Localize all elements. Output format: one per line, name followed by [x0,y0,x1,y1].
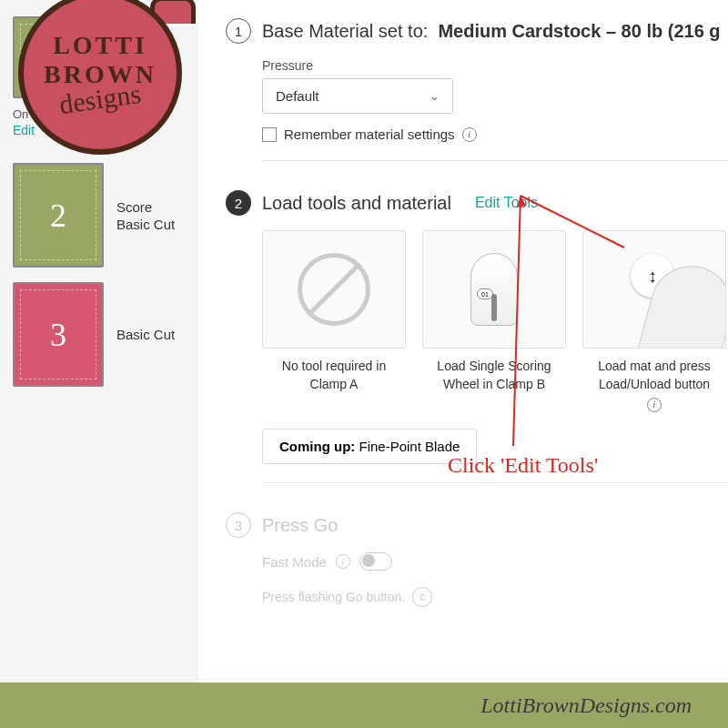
coming-up-pill: Coming up: Fine-Point Blade [262,429,477,464]
info-icon[interactable]: i [647,398,662,412]
pressure-select[interactable]: Default ⌄ [262,78,453,114]
base-material-label: Base Material set to: [262,21,428,41]
tool-caption-b: Load Single Scoring Wheel in Clamp B [422,358,566,393]
footer-text: LottiBrownDesigns.com [480,693,692,718]
mat-number: 2 [50,197,66,235]
coming-up-value: Fine-Point Blade [359,439,460,454]
press-go-text: Press flashing Go button. [262,590,405,604]
step-3-title: Press Go [262,515,338,536]
edit-tools-link[interactable]: Edit Tools [475,195,538,211]
tool-caption-a: No tool required in Clamp A [262,358,406,393]
info-icon: i [336,554,350,569]
divider [262,482,728,483]
chevron-down-icon: ⌄ [430,89,440,103]
mat-label-line1: Basic Cut [116,327,175,342]
step-3: 3 Press Go Fast Mode i Press flashing Go… [226,512,728,607]
step-number-3: 3 [226,512,251,538]
tool-card-clamp-b: 01 Load Single Scoring Wheel in Clamp B [422,230,566,412]
footer-bar: LottiBrownDesigns.com [0,682,728,728]
info-icon[interactable]: i [462,127,477,142]
tool-card-load-mat: ↕ Load mat and press Load/Unload button … [582,230,726,412]
pressure-value: Default [276,88,319,104]
step-number-1: 1 [226,18,251,44]
mat-label-line1: Score [116,199,175,215]
step-1: 1 Base Material set to: Medium Cardstock… [226,18,728,161]
mat-preview-3[interactable]: 3 Basic Cut [0,275,198,394]
fast-mode-toggle [359,552,392,571]
no-tool-icon [262,230,406,349]
load-mat-icon: ↕ [582,230,726,349]
mat-preview-2[interactable]: 2 Score Basic Cut [0,156,198,275]
updown-arrow-icon: ↕ [648,266,657,287]
remember-checkbox[interactable] [262,127,277,142]
fast-mode-label: Fast Mode [262,554,327,570]
mat-number: 3 [50,316,66,354]
step-2: 2 Load tools and material Edit Tools No … [226,190,728,483]
step-2-title: Load tools and material [262,193,451,214]
logo-line1: LOTTI [53,31,147,60]
mat-thumb-3: 3 [13,282,104,387]
mat-thumb-2: 2 [13,163,104,268]
divider [262,160,728,161]
step-number-2: 2 [226,190,251,216]
tool-caption-c: Load mat and press Load/Unload button [582,358,726,393]
tool-card-clamp-a: No tool required in Clamp A [262,230,406,412]
scoring-wheel-icon: 01 [422,230,566,349]
go-button-icon: c [412,587,432,607]
pressure-label: Pressure [262,58,728,73]
main-panel: 1 Base Material set to: Medium Cardstock… [198,0,728,682]
base-material-value: Medium Cardstock – 80 lb (216 g [438,21,720,41]
mat-label-line2: Basic Cut [116,217,175,232]
remember-label: Remember material settings [284,126,455,142]
logo: LOTTI BROWN designs [9,0,200,164]
coming-up-label: Coming up: [279,439,355,454]
step-1-title: Base Material set to: Medium Cardstock –… [262,21,721,42]
